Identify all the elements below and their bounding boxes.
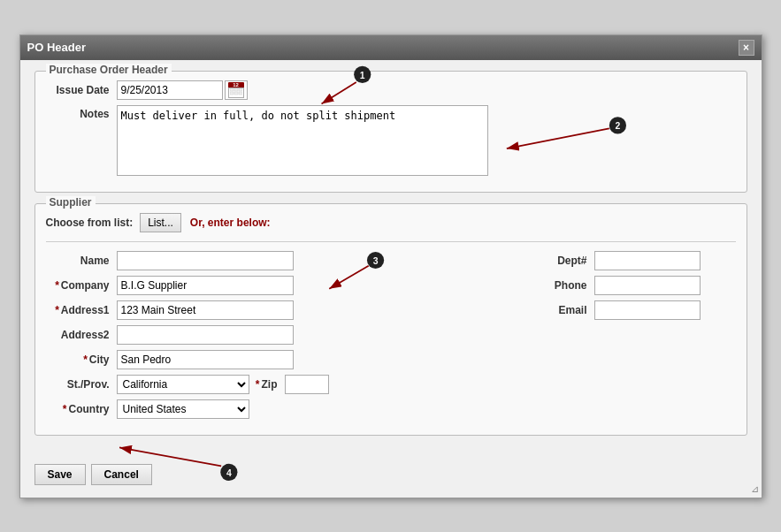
company-input[interactable]: [117, 276, 294, 295]
supplier-section-legend: Supplier: [46, 196, 96, 209]
po-header-dialog: PO Header × Purchase Order Header Issue …: [19, 34, 762, 498]
cancel-button[interactable]: Cancel: [91, 464, 152, 485]
divider: [46, 241, 736, 242]
email-input[interactable]: [594, 300, 701, 320]
svg-rect-1: [234, 88, 238, 91]
po-section-legend: Purchase Order Header: [46, 64, 172, 76]
supplier-columns: Name Company Address1: [46, 251, 736, 424]
state-label: St./Prov.: [46, 378, 117, 391]
name-label: Name: [46, 255, 117, 267]
svg-rect-5: [239, 92, 242, 95]
supplier-section: Supplier Choose from list: List... Or, e…: [34, 203, 747, 436]
country-select[interactable]: United States Canada Mexico: [117, 399, 249, 419]
calendar-button[interactable]: 12: [225, 80, 248, 100]
choose-from-list-row: Choose from list: List... Or, enter belo…: [46, 213, 736, 232]
list-button[interactable]: List...: [140, 213, 181, 232]
dialog-title: PO Header: [27, 41, 86, 54]
address1-row: Address1: [46, 300, 524, 320]
company-row: Company: [46, 276, 524, 295]
address1-input[interactable]: [117, 300, 294, 320]
phone-label: Phone: [541, 279, 594, 292]
email-label: Email: [541, 304, 594, 316]
address2-row: Address2: [46, 325, 524, 345]
email-row: Email: [541, 300, 736, 320]
issue-date-label: Issue Date: [46, 84, 117, 96]
notes-label: Notes: [46, 105, 117, 120]
phone-row: Phone: [541, 276, 736, 295]
supplier-right-column: Dept# Phone Email: [524, 251, 736, 424]
city-row: City: [46, 350, 524, 369]
country-row: Country United States Canada Mexico: [46, 399, 524, 419]
city-input[interactable]: [117, 350, 294, 369]
svg-rect-2: [239, 88, 242, 91]
zip-label: Zip: [249, 378, 285, 391]
issue-date-input[interactable]: [117, 80, 223, 100]
svg-rect-3: [230, 92, 234, 95]
resize-handle[interactable]: ⊿: [751, 483, 759, 495]
calendar-icon: 12: [228, 82, 244, 98]
address2-input[interactable]: [117, 325, 294, 345]
supplier-left-column: Name Company Address1: [46, 251, 524, 424]
address1-label: Address1: [46, 304, 117, 316]
purchase-order-section: Purchase Order Header Issue Date 12: [34, 71, 747, 193]
state-select[interactable]: California New York Texas: [117, 375, 249, 394]
city-label: City: [46, 353, 117, 366]
phone-input[interactable]: [594, 276, 701, 295]
zip-input[interactable]: [285, 375, 329, 394]
dialog-body: Purchase Order Header Issue Date 12: [20, 60, 762, 457]
dept-row: Dept#: [541, 251, 736, 270]
notes-row: Notes Must deliver in full, do not split…: [46, 105, 736, 176]
company-label: Company: [46, 279, 117, 292]
or-enter-label: Or, enter below:: [190, 217, 271, 229]
notes-textarea[interactable]: Must deliver in full, do not split shipm…: [117, 105, 488, 176]
state-zip-row: St./Prov. California New York Texas Zip: [46, 375, 524, 394]
save-button[interactable]: Save: [34, 464, 86, 485]
dept-label: Dept#: [541, 255, 594, 267]
calendar-grid-icon: [230, 88, 242, 97]
close-button[interactable]: ×: [739, 40, 754, 56]
footer-buttons: Save Cancel: [20, 457, 762, 498]
dialog-title-bar: PO Header ×: [20, 35, 762, 60]
name-row: Name: [46, 251, 524, 270]
choose-from-list-label: Choose from list:: [46, 217, 134, 229]
dept-input[interactable]: [594, 251, 701, 270]
issue-date-row: Issue Date 12: [46, 80, 736, 100]
name-input[interactable]: [117, 251, 294, 270]
svg-rect-4: [234, 92, 238, 95]
address2-label: Address2: [46, 329, 117, 341]
country-label: Country: [46, 403, 117, 415]
svg-rect-0: [230, 88, 234, 91]
